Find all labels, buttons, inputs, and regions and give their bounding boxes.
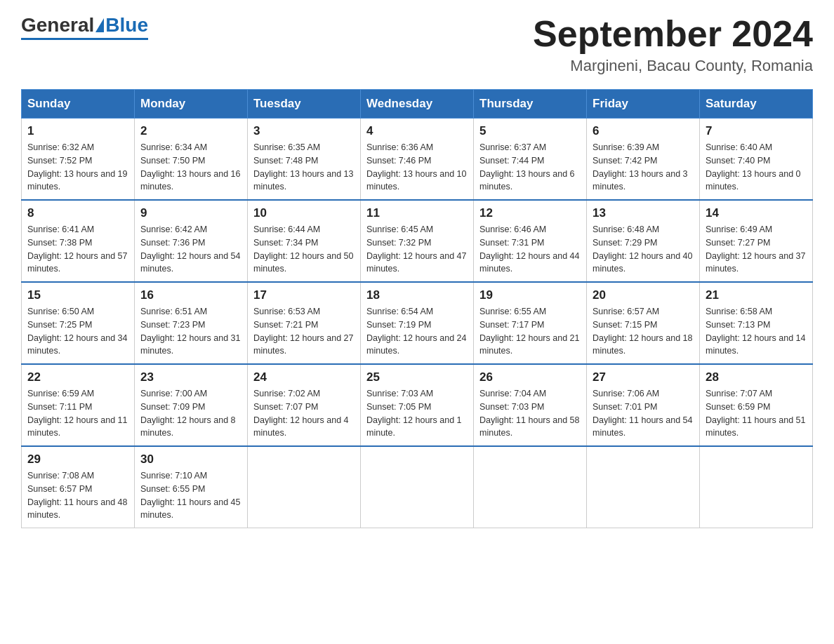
day-number: 17 [253,288,355,302]
day-number: 9 [140,206,241,220]
day-number: 11 [366,206,468,220]
day-number: 15 [27,288,128,302]
day-info: Sunrise: 6:55 AMSunset: 7:17 PMDaylight:… [479,305,581,358]
day-info: Sunrise: 7:07 AMSunset: 6:59 PMDaylight:… [706,387,807,440]
day-number: 18 [366,288,468,302]
table-row: 19Sunrise: 6:55 AMSunset: 7:17 PMDayligh… [474,282,587,364]
header-row: Sunday Monday Tuesday Wednesday Thursday… [22,90,813,119]
day-info: Sunrise: 6:39 AMSunset: 7:42 PMDaylight:… [593,141,694,194]
col-wednesday: Wednesday [361,90,474,119]
title-area: September 2024 Margineni, Bacau County, … [533,14,813,75]
table-row: 8Sunrise: 6:41 AMSunset: 7:38 PMDaylight… [22,200,135,282]
day-info: Sunrise: 6:40 AMSunset: 7:40 PMDaylight:… [706,141,807,194]
table-row: 13Sunrise: 6:48 AMSunset: 7:29 PMDayligh… [587,200,700,282]
table-row: 20Sunrise: 6:57 AMSunset: 7:15 PMDayligh… [587,282,700,364]
day-number: 5 [479,124,581,138]
table-row [248,446,361,528]
table-row: 10Sunrise: 6:44 AMSunset: 7:34 PMDayligh… [248,200,361,282]
table-row: 24Sunrise: 7:02 AMSunset: 7:07 PMDayligh… [248,364,361,446]
logo-general: General [21,14,94,36]
day-number: 7 [706,124,807,138]
col-saturday: Saturday [700,90,813,119]
day-number: 29 [27,452,128,467]
day-number: 3 [253,124,355,138]
month-title: September 2024 [533,14,813,54]
table-row: 3Sunrise: 6:35 AMSunset: 7:48 PMDaylight… [248,119,361,201]
day-info: Sunrise: 6:57 AMSunset: 7:15 PMDaylight:… [593,305,694,358]
day-number: 14 [706,206,807,220]
day-info: Sunrise: 6:59 AMSunset: 7:11 PMDaylight:… [27,387,128,440]
table-row: 14Sunrise: 6:49 AMSunset: 7:27 PMDayligh… [700,200,813,282]
logo-text: General Blue [21,14,148,36]
day-number: 2 [140,124,241,138]
day-number: 23 [140,370,241,384]
table-row: 28Sunrise: 7:07 AMSunset: 6:59 PMDayligh… [700,364,813,446]
day-number: 16 [140,288,241,302]
col-thursday: Thursday [474,90,587,119]
table-row: 16Sunrise: 6:51 AMSunset: 7:23 PMDayligh… [135,282,248,364]
table-row: 25Sunrise: 7:03 AMSunset: 7:05 PMDayligh… [361,364,474,446]
day-info: Sunrise: 6:42 AMSunset: 7:36 PMDaylight:… [140,223,241,276]
table-row: 29Sunrise: 7:08 AMSunset: 6:57 PMDayligh… [22,446,135,528]
day-info: Sunrise: 6:53 AMSunset: 7:21 PMDaylight:… [253,305,355,358]
day-info: Sunrise: 6:54 AMSunset: 7:19 PMDaylight:… [366,305,468,358]
day-info: Sunrise: 7:03 AMSunset: 7:05 PMDaylight:… [366,387,468,440]
day-info: Sunrise: 6:41 AMSunset: 7:38 PMDaylight:… [27,223,128,276]
table-row: 30Sunrise: 7:10 AMSunset: 6:55 PMDayligh… [135,446,248,528]
location-title: Margineni, Bacau County, Romania [533,57,813,75]
table-row [700,446,813,528]
day-info: Sunrise: 6:51 AMSunset: 7:23 PMDaylight:… [140,305,241,358]
table-row: 4Sunrise: 6:36 AMSunset: 7:46 PMDaylight… [361,119,474,201]
table-row: 27Sunrise: 7:06 AMSunset: 7:01 PMDayligh… [587,364,700,446]
day-number: 6 [593,124,694,138]
day-info: Sunrise: 7:04 AMSunset: 7:03 PMDaylight:… [479,387,581,440]
day-number: 20 [593,288,694,302]
table-row: 26Sunrise: 7:04 AMSunset: 7:03 PMDayligh… [474,364,587,446]
day-number: 25 [366,370,468,384]
day-number: 19 [479,288,581,302]
day-number: 28 [706,370,807,384]
col-friday: Friday [587,90,700,119]
day-info: Sunrise: 6:46 AMSunset: 7:31 PMDaylight:… [479,223,581,276]
calendar-week-4: 22Sunrise: 6:59 AMSunset: 7:11 PMDayligh… [22,364,813,446]
day-number: 30 [140,452,241,467]
day-number: 13 [593,206,694,220]
day-info: Sunrise: 6:58 AMSunset: 7:13 PMDaylight:… [706,305,807,358]
col-monday: Monday [135,90,248,119]
day-number: 21 [706,288,807,302]
day-number: 24 [253,370,355,384]
page-header: General Blue September 2024 Margineni, B… [21,14,813,75]
table-row: 5Sunrise: 6:37 AMSunset: 7:44 PMDaylight… [474,119,587,201]
day-number: 12 [479,206,581,220]
day-number: 27 [593,370,694,384]
logo: General Blue [21,14,148,40]
table-row: 18Sunrise: 6:54 AMSunset: 7:19 PMDayligh… [361,282,474,364]
table-row: 22Sunrise: 6:59 AMSunset: 7:11 PMDayligh… [22,364,135,446]
table-row: 21Sunrise: 6:58 AMSunset: 7:13 PMDayligh… [700,282,813,364]
table-row: 15Sunrise: 6:50 AMSunset: 7:25 PMDayligh… [22,282,135,364]
day-number: 1 [27,124,128,138]
day-number: 8 [27,206,128,220]
day-info: Sunrise: 6:34 AMSunset: 7:50 PMDaylight:… [140,141,241,194]
table-row: 17Sunrise: 6:53 AMSunset: 7:21 PMDayligh… [248,282,361,364]
logo-underline [21,38,148,40]
table-row [361,446,474,528]
day-info: Sunrise: 6:32 AMSunset: 7:52 PMDaylight:… [27,141,128,194]
day-info: Sunrise: 7:00 AMSunset: 7:09 PMDaylight:… [140,387,241,440]
day-info: Sunrise: 6:36 AMSunset: 7:46 PMDaylight:… [366,141,468,194]
table-row: 7Sunrise: 6:40 AMSunset: 7:40 PMDaylight… [700,119,813,201]
table-row [587,446,700,528]
logo-triangle-icon [95,18,104,32]
day-info: Sunrise: 6:48 AMSunset: 7:29 PMDaylight:… [593,223,694,276]
day-info: Sunrise: 7:10 AMSunset: 6:55 PMDaylight:… [140,469,241,522]
logo-blue: Blue [105,14,148,36]
calendar-week-5: 29Sunrise: 7:08 AMSunset: 6:57 PMDayligh… [22,446,813,528]
calendar-week-3: 15Sunrise: 6:50 AMSunset: 7:25 PMDayligh… [22,282,813,364]
day-info: Sunrise: 6:35 AMSunset: 7:48 PMDaylight:… [253,141,355,194]
day-info: Sunrise: 6:50 AMSunset: 7:25 PMDaylight:… [27,305,128,358]
day-number: 26 [479,370,581,384]
table-row: 1Sunrise: 6:32 AMSunset: 7:52 PMDaylight… [22,119,135,201]
calendar-week-2: 8Sunrise: 6:41 AMSunset: 7:38 PMDaylight… [22,200,813,282]
day-info: Sunrise: 7:06 AMSunset: 7:01 PMDaylight:… [593,387,694,440]
calendar-table: Sunday Monday Tuesday Wednesday Thursday… [21,89,813,528]
